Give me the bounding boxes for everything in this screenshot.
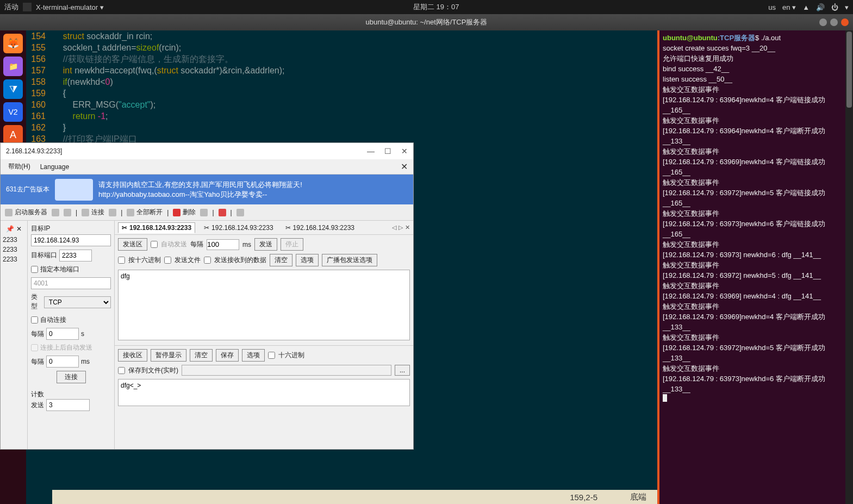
tab-3[interactable]: ✂ 192.168.124.93:2233: [282, 223, 358, 233]
send-area-label: 发送区: [118, 238, 147, 251]
send-count-input[interactable]: [46, 399, 90, 411]
recv-section: 接收区 暂停显示 清空 保存 选项 十六进制 保存到文件(实时) ... dfg…: [115, 346, 413, 411]
minimize-button[interactable]: [819, 18, 827, 26]
tab-close-icon[interactable]: ✕: [405, 224, 410, 231]
recv-area-label: 接收区: [118, 349, 147, 362]
toolbar-help-icon[interactable]: [236, 209, 244, 216]
terminal-app-icon: [23, 3, 32, 11]
menu-language[interactable]: Language: [40, 163, 69, 171]
toolbar-icon-1[interactable]: [52, 209, 59, 216]
tool-maximize-icon[interactable]: ☐: [384, 147, 391, 155]
clock[interactable]: 星期二 19：07: [104, 2, 768, 12]
firefox-icon[interactable]: 🦊: [3, 34, 23, 53]
local-port-checkbox[interactable]: [31, 266, 38, 273]
save-to-file-checkbox[interactable]: [118, 367, 125, 374]
plane-icon: [55, 179, 93, 201]
target-port-label: 目标端口: [31, 251, 57, 260]
tool-close-icon[interactable]: ✕: [401, 147, 408, 155]
auto-send-on-connect-checkbox: [31, 344, 38, 351]
port-sidebar: 📌 ✕ 2233 2233 2233: [1, 221, 28, 449]
recv-save-button[interactable]: 保存: [216, 349, 239, 362]
tab-prev-icon[interactable]: ◁: [392, 224, 396, 231]
interval2-input[interactable]: [46, 356, 79, 368]
system-dropdown-icon[interactable]: ▾: [845, 3, 849, 11]
toolbar-icon-4[interactable]: [200, 209, 208, 216]
broadcast-button[interactable]: 广播包发送选项: [322, 254, 377, 266]
terminal-pane[interactable]: ubuntu@ubuntu:TCP服务器$ ./a.out socket cre…: [657, 30, 853, 504]
tab-2[interactable]: ✂ 192.168.124.93:2233: [201, 223, 276, 233]
type-select[interactable]: TCP: [44, 296, 111, 308]
recv-options-button[interactable]: 选项: [242, 349, 265, 362]
interval-input[interactable]: [46, 328, 79, 340]
target-ip-label: 目标IP: [31, 224, 111, 233]
send-file-checkbox[interactable]: [164, 257, 171, 264]
tool-window-title: 2.168.124.93:2233]: [6, 147, 62, 155]
delete-button[interactable]: 删除: [173, 208, 196, 217]
disconnect-all-button[interactable]: 全部断开: [127, 208, 163, 217]
pin-icon[interactable]: 📌 ✕: [3, 223, 25, 235]
volume-icon[interactable]: 🔊: [816, 3, 825, 11]
connect-action-button[interactable]: 连接: [57, 371, 86, 383]
window-title: ubuntu@ubuntu: ~/net网络/TCP服务器: [366, 17, 488, 27]
type-label: 类型: [31, 293, 42, 311]
toolbar: 启动服务器 | 连接 | 全部断开 | 删除 | |: [1, 204, 413, 221]
tab-1[interactable]: ✂ 192.168.124.93:2233: [118, 222, 195, 233]
editor-statusbar: 159,2-5 底端: [52, 490, 657, 504]
software-store-icon[interactable]: A: [3, 125, 23, 145]
activities[interactable]: 活动: [4, 2, 18, 12]
auto-connect-checkbox[interactable]: [31, 316, 38, 323]
app-menu[interactable]: X-terminal-emulator: [36, 3, 104, 11]
browse-button[interactable]: ...: [395, 365, 410, 376]
connection-tabs: ✂ 192.168.124.93:2233 ✂ 192.168.124.93:2…: [115, 221, 413, 235]
send-clear-button[interactable]: 清空: [270, 254, 292, 266]
tool-minimize-icon[interactable]: —: [367, 147, 375, 155]
files-icon[interactable]: 📁: [3, 57, 23, 76]
send-interval-input[interactable]: [207, 239, 239, 250]
maximize-button[interactable]: [830, 18, 838, 26]
send-section: 发送区 自动发送 每隔 ms 发送 停止 按十六进制 发送文件 发送接收到的数据…: [115, 235, 413, 346]
target-ip-input[interactable]: [31, 234, 111, 246]
terminal-scrollbar[interactable]: [845, 30, 853, 504]
send-textarea[interactable]: dfg: [118, 270, 410, 340]
target-port-input[interactable]: [59, 250, 92, 262]
toolbar-stop-icon[interactable]: [219, 209, 226, 216]
echo-recv-checkbox[interactable]: [204, 257, 211, 264]
count-label: 计数: [31, 390, 111, 399]
toolbar-icon-2[interactable]: [64, 209, 71, 216]
send-button[interactable]: 发送: [254, 238, 277, 251]
terminal-cursor: [663, 394, 667, 402]
tcp-tool-window: 2.168.124.93:2233] — ☐ ✕ 帮助(H) Language …: [0, 142, 414, 450]
stop-button[interactable]: 停止: [281, 238, 303, 251]
local-port-input[interactable]: [31, 277, 111, 289]
vscode-icon[interactable]: ⧩: [3, 79, 23, 99]
network-icon[interactable]: ▲: [802, 3, 810, 11]
hex-send-checkbox[interactable]: [118, 257, 125, 264]
auto-send-checkbox[interactable]: [151, 241, 158, 248]
pause-display-button[interactable]: 暂停显示: [151, 349, 186, 362]
port-item[interactable]: 2233: [3, 254, 25, 264]
close-button[interactable]: [841, 18, 849, 26]
window-title-bar: ubuntu@ubuntu: ~/net网络/TCP服务器: [0, 14, 853, 30]
port-item[interactable]: 2233: [3, 245, 25, 254]
menu-help[interactable]: 帮助(H): [8, 162, 30, 171]
port-item[interactable]: 2233: [3, 235, 25, 245]
start-server-button[interactable]: 启动服务器: [5, 208, 47, 217]
tab-next-icon[interactable]: ▷: [399, 224, 403, 231]
recv-hex-checkbox[interactable]: [268, 352, 275, 359]
keyboard-layout-1[interactable]: us: [768, 3, 776, 11]
menu-close-icon[interactable]: ✕: [401, 161, 408, 172]
power-icon[interactable]: ⏻: [831, 3, 838, 11]
recv-clear-button[interactable]: 清空: [190, 349, 213, 362]
version-label: 631去广告版本: [6, 185, 49, 194]
toolbar-icon-3[interactable]: [109, 209, 116, 216]
connection-panel: 目标IP 目标端口 指定本地端口 类型 TCP 自动连接 每隔s 连接上后自动发…: [28, 221, 115, 449]
keyboard-layout-2[interactable]: en ▾: [782, 3, 796, 11]
save-path-input[interactable]: [182, 365, 391, 376]
send-options-button[interactable]: 选项: [296, 254, 319, 266]
connect-button[interactable]: 连接: [82, 208, 104, 217]
v2-icon[interactable]: V2: [3, 102, 23, 122]
recv-textarea[interactable]: dfg<_>: [118, 379, 410, 406]
ad-banner: 631去广告版本 请支持国内航空工业,有您的支持,国产军用民用飞机必将翱翔蓝天!…: [1, 175, 413, 204]
